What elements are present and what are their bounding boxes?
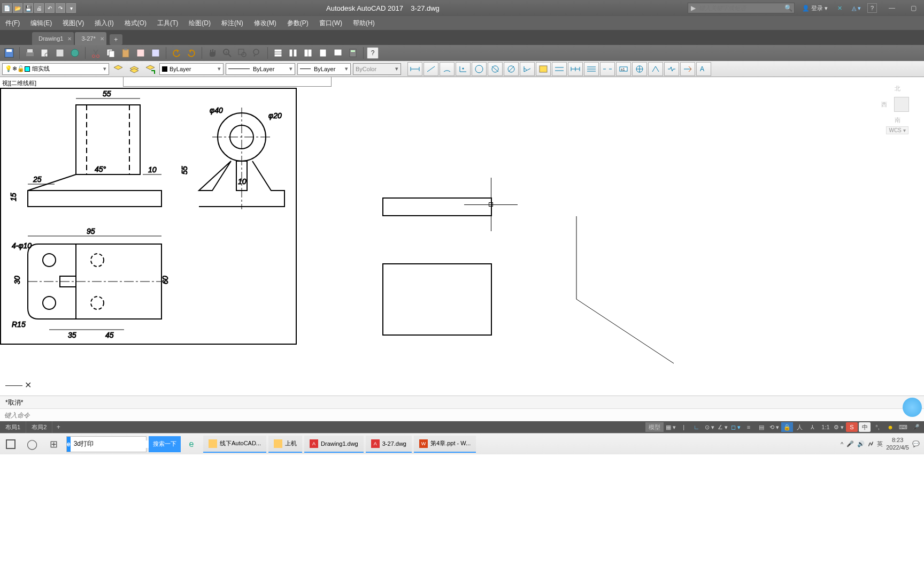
tolerance-icon[interactable]: ±1 [616, 62, 631, 76]
assistant-bubble-icon[interactable] [903, 398, 922, 417]
gear-icon[interactable]: ⚙ ▾ [833, 422, 845, 432]
nav-west[interactable]: 西 [881, 101, 887, 109]
command-line[interactable] [0, 408, 924, 421]
qat-new-icon[interactable]: 📄 [2, 3, 12, 13]
zoom-window-icon[interactable] [235, 46, 249, 60]
menu-parametric[interactable]: 参数(P) [282, 16, 314, 30]
new-tab-button[interactable]: + [110, 34, 122, 45]
file-tab-3-27[interactable]: 3-27*✕ [75, 32, 106, 45]
taskbar-item-folder2[interactable]: 上机 [268, 436, 302, 453]
tray-speaker-icon[interactable]: 🔊 [857, 440, 865, 447]
tray-up-icon[interactable]: ^ [841, 441, 843, 447]
markup-icon[interactable] [331, 46, 345, 60]
dim-break-icon[interactable] [600, 62, 615, 76]
center-mark-icon[interactable] [632, 62, 647, 76]
login-button[interactable]: 👤 登录 ▾ [799, 3, 831, 13]
3ddwf-icon[interactable] [68, 46, 82, 60]
ime-mode[interactable]: 中 [859, 422, 871, 432]
lineweight-dropdown[interactable]: ByLayer ▾ [297, 63, 351, 75]
file-tab-drawing1[interactable]: Drawing1✕ [32, 32, 74, 45]
menu-help[interactable]: 帮助(H) [348, 16, 380, 30]
view-cube[interactable]: 北 西 南 WCS ▾ [881, 82, 913, 134]
qat-open-icon[interactable]: 📂 [13, 3, 22, 13]
cube-face[interactable] [894, 97, 909, 112]
sogou-ime-icon[interactable]: S [846, 422, 858, 432]
tray-mic-icon[interactable]: 🎤 [846, 440, 854, 447]
search-icon[interactable]: 🔍 [783, 4, 794, 12]
ortho-toggle[interactable]: ∟ [691, 422, 703, 432]
paste-icon[interactable] [119, 46, 133, 60]
layout-add-button[interactable]: + [52, 423, 64, 431]
viewport-label[interactable]: 视][二维线框] [2, 79, 36, 87]
annoscale-toggle[interactable]: ⅄ [807, 422, 819, 432]
grid-toggle[interactable]: ▦ ▾ [665, 422, 677, 432]
ime-keyboard-icon[interactable]: ⌨ [897, 422, 909, 432]
menu-file[interactable]: 件(F) [0, 16, 25, 30]
linetype-dropdown[interactable]: ByLayer ▾ [226, 63, 295, 75]
start-button[interactable] [0, 434, 21, 455]
qat-save-icon[interactable]: 💾 [24, 3, 33, 13]
layout-tab-1[interactable]: 布局1 [0, 421, 26, 433]
dim-baseline-icon[interactable] [552, 62, 567, 76]
layer-manager-icon[interactable] [111, 62, 125, 76]
close-icon[interactable]: ✕ [100, 36, 104, 42]
dim-ordinate-icon[interactable] [456, 62, 471, 76]
search-button[interactable]: 搜索一下 [149, 436, 181, 452]
menu-edit[interactable]: 编辑(E) [25, 16, 57, 30]
redo-icon[interactable] [184, 46, 198, 60]
dim-diameter-icon[interactable] [504, 62, 519, 76]
copy-icon[interactable] [104, 46, 118, 60]
menu-view[interactable]: 视图(V) [57, 16, 89, 30]
minimize-button[interactable]: — [881, 0, 903, 16]
drawing-viewport[interactable]: 视][二维线框] 55 25 45° 10 15 [0, 77, 924, 396]
qat-print-icon[interactable]: 🖨 [34, 3, 44, 13]
transparency-toggle[interactable]: ▤ [756, 422, 767, 432]
color-dropdown[interactable]: ByLayer ▾ [159, 63, 224, 75]
notifications-icon[interactable]: 💬 [912, 440, 920, 447]
command-input[interactable] [4, 412, 920, 419]
task-view-icon[interactable]: ⊞ [43, 438, 64, 450]
wcs-dropdown[interactable]: WCS ▾ [886, 126, 908, 134]
ime-emoji-icon[interactable]: ☻ [884, 422, 896, 432]
taskbar-item-327[interactable]: A3-27.dwg [366, 436, 412, 453]
properties-icon[interactable] [271, 46, 285, 60]
tray-battery-icon[interactable]: 🗲 [868, 441, 874, 447]
jogged-linear-icon[interactable] [664, 62, 679, 76]
taskbar-item-ppt[interactable]: W第4章.ppt - W... [414, 436, 476, 453]
close-icon[interactable]: ✕ [67, 36, 72, 42]
menu-tools[interactable]: 工具(T) [152, 16, 183, 30]
match-props-icon[interactable] [134, 46, 148, 60]
nav-north[interactable]: 北 [881, 85, 913, 93]
osnap-toggle[interactable]: ◻ ▾ [730, 422, 742, 432]
tool-palettes-icon[interactable] [301, 46, 315, 60]
layer-previous-icon[interactable] [127, 62, 141, 76]
dim-angular-icon[interactable] [520, 62, 535, 76]
model-button[interactable]: 模型 [645, 422, 664, 432]
layout-tab-2[interactable]: 布局2 [26, 421, 52, 433]
menu-draw[interactable]: 绘图(D) [183, 16, 216, 30]
taskbar-item-folder1[interactable]: 线下AutoCAD... [203, 436, 266, 453]
dim-text-edit-icon[interactable]: A [696, 62, 711, 76]
design-center-icon[interactable] [286, 46, 300, 60]
taskbar-item-drawing1[interactable]: ADrawing1.dwg [304, 436, 364, 453]
print-icon[interactable] [23, 46, 37, 60]
isodraft-toggle[interactable]: ∠ ▾ [717, 422, 729, 432]
dim-edit-icon[interactable] [680, 62, 695, 76]
layer-dropdown[interactable]: 💡 ❄ 🔓 细实线 ▾ [2, 63, 109, 75]
menu-modify[interactable]: 修改(M) [249, 16, 282, 30]
help-button[interactable]: ? [867, 3, 877, 13]
ime-punct-icon[interactable]: °, [872, 422, 883, 432]
dim-jogged-icon[interactable] [488, 62, 503, 76]
taskbar-clock[interactable]: 8:23 2022/4/5 [886, 437, 909, 451]
cortana-icon[interactable]: ◯ [21, 438, 43, 450]
taskbar-search-input[interactable] [71, 440, 157, 448]
ime-voice-icon[interactable]: 🎤 [910, 422, 922, 432]
sc-toggle[interactable]: 🔒 [781, 422, 793, 432]
ie-icon[interactable]: e [67, 437, 71, 452]
dim-linear-icon[interactable] [407, 62, 422, 76]
dim-aligned-icon[interactable] [424, 62, 438, 76]
qat-more-icon[interactable]: ▾ [66, 3, 76, 13]
help-icon[interactable]: ? [367, 47, 379, 59]
plotstyle-dropdown[interactable]: ByColor ▾ [353, 63, 401, 75]
qat-redo-icon[interactable]: ↷ [56, 3, 65, 13]
